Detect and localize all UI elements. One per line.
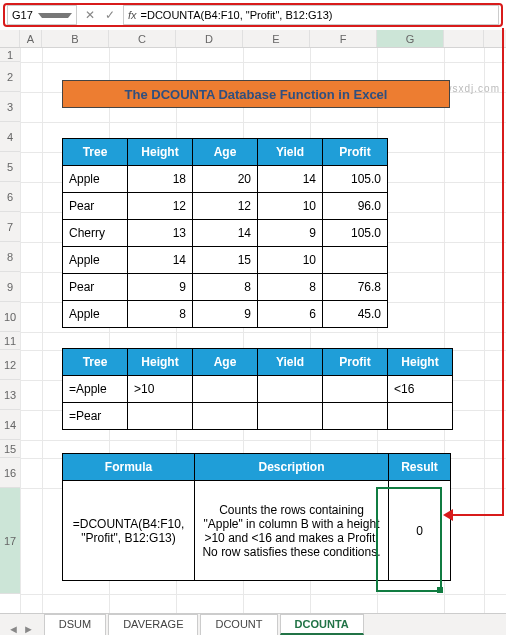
- result-table: FormulaDescriptionResult=DCOUNTA(B4:F10,…: [62, 453, 451, 581]
- table-cell[interactable]: =Pear: [63, 403, 128, 430]
- row-header[interactable]: 3: [0, 92, 20, 122]
- table-cell[interactable]: 15: [193, 247, 258, 274]
- tab-next-icon[interactable]: ►: [23, 623, 34, 635]
- table-cell[interactable]: Pear: [63, 274, 128, 301]
- table-header: Yield: [258, 349, 323, 376]
- table-header: Age: [193, 349, 258, 376]
- sheet-tabs: DSUMDAVERAGEDCOUNTDCOUNTA: [42, 614, 364, 635]
- table-cell[interactable]: [323, 247, 388, 274]
- row-header[interactable]: 13: [0, 380, 20, 410]
- row-header[interactable]: 7: [0, 212, 20, 242]
- row-header[interactable]: 8: [0, 242, 20, 272]
- table-cell[interactable]: 12: [128, 193, 193, 220]
- table-cell[interactable]: Apple: [63, 166, 128, 193]
- row-header[interactable]: 6: [0, 182, 20, 212]
- table-cell[interactable]: [193, 403, 258, 430]
- table-cell[interactable]: Cherry: [63, 220, 128, 247]
- row-header[interactable]: 17: [0, 488, 20, 594]
- row-header[interactable]: 14: [0, 410, 20, 440]
- table-cell[interactable]: [258, 403, 323, 430]
- table-cell[interactable]: [323, 403, 388, 430]
- table-cell[interactable]: 13: [128, 220, 193, 247]
- table-cell[interactable]: [258, 376, 323, 403]
- table-header: Formula: [63, 454, 195, 481]
- sheet-tabs-bar: ◄ ► DSUMDAVERAGEDCOUNTDCOUNTA: [0, 613, 506, 635]
- sheet-tab[interactable]: DCOUNTA: [280, 614, 364, 635]
- fx-icon: fx: [128, 9, 137, 21]
- table-cell[interactable]: 9: [258, 220, 323, 247]
- column-header[interactable]: F: [310, 30, 377, 47]
- column-header[interactable]: [0, 30, 20, 47]
- row-header[interactable]: 4: [0, 122, 20, 152]
- table-cell[interactable]: 76.8: [323, 274, 388, 301]
- column-header[interactable]: [444, 30, 484, 47]
- table-cell[interactable]: 8: [258, 274, 323, 301]
- table-header: Age: [193, 139, 258, 166]
- table-cell[interactable]: [128, 403, 193, 430]
- row-header[interactable]: 1: [0, 48, 20, 62]
- table-cell[interactable]: 105.0: [323, 220, 388, 247]
- table-cell[interactable]: Apple: [63, 247, 128, 274]
- column-header[interactable]: C: [109, 30, 176, 47]
- table-cell[interactable]: 14: [258, 166, 323, 193]
- sheet-tab[interactable]: DAVERAGE: [108, 614, 198, 635]
- accept-icon[interactable]: ✓: [105, 8, 115, 22]
- column-header[interactable]: D: [176, 30, 243, 47]
- table-header: Yield: [258, 139, 323, 166]
- table-cell[interactable]: 0: [389, 481, 451, 581]
- row-header[interactable]: 16: [0, 458, 20, 488]
- sheet-title: The DCOUNTA Database Function in Excel: [62, 80, 450, 108]
- table-cell[interactable]: Pear: [63, 193, 128, 220]
- row-header[interactable]: 2: [0, 62, 20, 92]
- column-header[interactable]: B: [42, 30, 109, 47]
- grid-content[interactable]: wsxdj.com The DCOUNTA Database Function …: [20, 48, 506, 613]
- table-header: Height: [128, 349, 193, 376]
- table-cell[interactable]: 105.0: [323, 166, 388, 193]
- table-cell[interactable]: 14: [128, 247, 193, 274]
- column-header[interactable]: A: [20, 30, 42, 47]
- table-cell[interactable]: 9: [193, 301, 258, 328]
- sheet-tab[interactable]: DSUM: [44, 614, 106, 635]
- table-cell[interactable]: 8: [193, 274, 258, 301]
- row-header[interactable]: 10: [0, 302, 20, 332]
- formula-bar-icons: ✕ ✓: [85, 8, 115, 22]
- row-header[interactable]: 15: [0, 440, 20, 458]
- table-cell[interactable]: Apple: [63, 301, 128, 328]
- table-cell[interactable]: 14: [193, 220, 258, 247]
- table-cell[interactable]: 96.0: [323, 193, 388, 220]
- sheet-tab[interactable]: DCOUNT: [200, 614, 277, 635]
- table-cell[interactable]: =Apple: [63, 376, 128, 403]
- row-header[interactable]: 5: [0, 152, 20, 182]
- table-cell[interactable]: [193, 376, 258, 403]
- table-cell[interactable]: 45.0: [323, 301, 388, 328]
- cancel-icon[interactable]: ✕: [85, 8, 95, 22]
- table-cell[interactable]: 20: [193, 166, 258, 193]
- table-cell[interactable]: <16: [388, 376, 453, 403]
- column-header[interactable]: E: [243, 30, 310, 47]
- table-cell[interactable]: =DCOUNTA(B4:F10, "Profit", B12:G13): [63, 481, 195, 581]
- table-header: Result: [389, 454, 451, 481]
- table-cell[interactable]: 6: [258, 301, 323, 328]
- table-cell[interactable]: [388, 403, 453, 430]
- table-cell[interactable]: 10: [258, 193, 323, 220]
- data-table: TreeHeightAgeYieldProfitApple182014105.0…: [62, 138, 388, 328]
- table-header: Height: [128, 139, 193, 166]
- table-cell[interactable]: 8: [128, 301, 193, 328]
- table-cell[interactable]: 18: [128, 166, 193, 193]
- table-cell[interactable]: Counts the rows containing "Apple" in co…: [195, 481, 389, 581]
- table-cell[interactable]: >10: [128, 376, 193, 403]
- formula-bar-container: G17 ✕ ✓ fx =DCOUNTA(B4:F10, "Profit", B1…: [3, 3, 503, 27]
- tab-prev-icon[interactable]: ◄: [8, 623, 19, 635]
- name-box[interactable]: G17: [7, 5, 77, 25]
- table-cell[interactable]: 9: [128, 274, 193, 301]
- table-header: Tree: [63, 349, 128, 376]
- column-header[interactable]: G: [377, 30, 444, 47]
- formula-input[interactable]: fx =DCOUNTA(B4:F10, "Profit", B12:G13): [123, 5, 499, 25]
- name-box-dropdown-icon[interactable]: [38, 13, 72, 18]
- row-header[interactable]: 12: [0, 350, 20, 380]
- row-header[interactable]: 11: [0, 332, 20, 350]
- row-header[interactable]: 9: [0, 272, 20, 302]
- table-cell[interactable]: 12: [193, 193, 258, 220]
- table-cell[interactable]: [323, 376, 388, 403]
- table-cell[interactable]: 10: [258, 247, 323, 274]
